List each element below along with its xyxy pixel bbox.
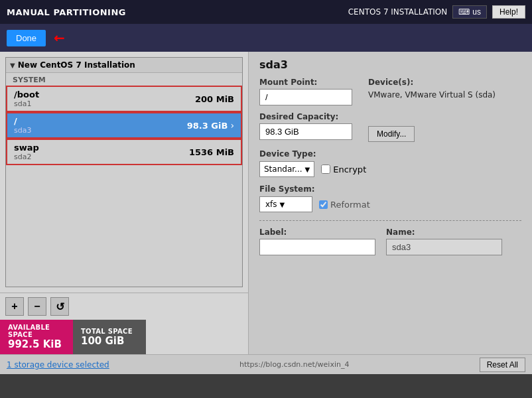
minus-icon: − [34, 300, 40, 312]
reformat-checkbox[interactable] [319, 200, 328, 209]
left-panel: ▼ New CentOS 7 Installation SYSTEM /boot… [0, 52, 249, 354]
expand-icon: ▼ [10, 62, 15, 69]
capacity-group: Desired Capacity: [259, 112, 352, 142]
filesystem-section: File System: xfs ▼ Reformat [259, 184, 521, 212]
devices-group: Device(s): VMware, VMware Virtual S (sda… [368, 78, 496, 105]
header-right: CENTOS 7 INSTALLATION ⌨ us Help! [348, 5, 525, 19]
encrypt-label: Encrypt [333, 165, 366, 174]
partition-name-root: / [14, 116, 31, 126]
label-input[interactable] [259, 239, 375, 255]
available-space-bar: AVAILABLE SPACE 992.5 KiB [0, 320, 73, 354]
filesystem-label: File System: [259, 184, 315, 194]
encrypt-checkbox-row: Encrypt [321, 165, 366, 174]
total-space-value: 100 GiB [81, 335, 138, 347]
system-label: SYSTEM [6, 73, 242, 86]
page-title: MANUAL PARTITIONING [7, 7, 126, 17]
add-partition-button[interactable]: + [5, 297, 24, 316]
partition-device-swap: sda2 [14, 153, 39, 161]
device-type-label: Device Type: [259, 149, 316, 159]
keyboard-icon: ⌨ [458, 7, 470, 17]
name-label: Name: [386, 228, 502, 237]
mount-point-group: Mount Point: [259, 78, 352, 105]
refresh-button[interactable]: ↺ [50, 297, 69, 316]
help-button[interactable]: Help! [492, 5, 525, 19]
footer: 1 storage device selected https://blog.c… [0, 354, 532, 374]
remove-partition-button[interactable]: − [28, 297, 46, 316]
spacer-label [368, 112, 415, 121]
arrow-indicator: ← [54, 30, 65, 46]
partition-item-root[interactable]: / sda3 98.3 GiB › [6, 112, 242, 139]
header: MANUAL PARTITIONING CENTOS 7 INSTALLATIO… [0, 0, 532, 24]
partition-size-swap: 1536 MiB [189, 147, 234, 157]
devices-label: Device(s): [368, 78, 496, 87]
device-type-row: Standar... ▼ Encrypt [259, 161, 521, 177]
partition-name-swap: swap [14, 143, 39, 153]
dropdown-arrow-icon: ▼ [305, 166, 310, 173]
partition-info-swap: swap sda2 [14, 143, 39, 161]
filesystem-row: xfs ▼ Reformat [259, 196, 521, 212]
chevron-right-icon: › [230, 120, 234, 131]
main-content: ▼ New CentOS 7 Installation SYSTEM /boot… [0, 52, 532, 354]
name-group: Name: [386, 228, 502, 255]
group-header: ▼ New CentOS 7 Installation [6, 58, 242, 73]
storage-device-link[interactable]: 1 storage device selected [7, 360, 109, 369]
label-label: Label: [259, 228, 375, 237]
mount-device-row: Mount Point: Device(s): VMware, VMware V… [259, 78, 521, 105]
reformat-label: Reformat [330, 200, 370, 210]
filesystem-value: xfs [265, 200, 277, 209]
partition-size-row: 98.3 GiB › [187, 120, 234, 131]
total-space-label: TOTAL SPACE [81, 328, 138, 335]
filesystem-dropdown[interactable]: xfs ▼ [259, 196, 312, 212]
desired-capacity-input[interactable] [259, 123, 352, 140]
label-name-row: Label: Name: [259, 228, 521, 255]
done-button[interactable]: Done [7, 30, 46, 46]
available-space-label: AVAILABLE SPACE [8, 324, 65, 338]
left-bottom-toolbar: + − ↺ [0, 293, 248, 320]
mount-point-input[interactable] [259, 89, 352, 105]
toolbar: Done ← [0, 24, 532, 52]
partition-info-boot: /boot sda1 [14, 90, 39, 108]
centos-title: CENTOS 7 INSTALLATION [348, 7, 448, 17]
total-space-bar: TOTAL SPACE 100 GiB [73, 320, 146, 354]
devices-value: VMware, VMware Virtual S (sda) [368, 90, 496, 100]
space-bars: AVAILABLE SPACE 992.5 KiB TOTAL SPACE 10… [0, 320, 248, 354]
encrypt-checkbox[interactable] [321, 165, 330, 174]
keyboard-button[interactable]: ⌨ us [452, 5, 487, 19]
group-name: New CentOS 7 Installation [18, 60, 135, 70]
partition-device-boot: sda1 [14, 100, 39, 108]
refresh-icon: ↺ [56, 300, 64, 313]
name-input[interactable] [386, 239, 502, 255]
device-type-value: Standar... [264, 165, 302, 174]
reformat-row: Reformat [319, 200, 370, 210]
device-type-dropdown[interactable]: Standar... ▼ [259, 161, 314, 177]
partition-item-swap[interactable]: swap sda2 1536 MiB [6, 139, 242, 165]
partition-name-boot: /boot [14, 90, 39, 100]
modify-group: Modify... [368, 112, 415, 142]
keyboard-label: us [472, 7, 481, 17]
url-text: https://blog.csdn.net/weixin_4 [239, 360, 350, 369]
installation-group: ▼ New CentOS 7 Installation SYSTEM /boot… [5, 57, 243, 287]
right-panel: sda3 Mount Point: Device(s): VMware, VMw… [249, 52, 532, 354]
available-space-value: 992.5 KiB [8, 338, 65, 350]
mount-point-label: Mount Point: [259, 78, 352, 87]
desired-capacity-label: Desired Capacity: [259, 112, 352, 121]
divider [259, 220, 521, 221]
modify-button[interactable]: Modify... [368, 126, 415, 142]
device-type-section: Device Type: Standar... ▼ Encrypt [259, 149, 521, 177]
label-group: Label: [259, 228, 375, 255]
section-title: sda3 [259, 58, 521, 71]
partition-size-boot: 200 MiB [195, 94, 234, 104]
partition-info-root: / sda3 [14, 116, 31, 135]
capacity-modify-row: Desired Capacity: Modify... [259, 112, 521, 142]
partition-size-root: 98.3 GiB [187, 121, 228, 131]
plus-icon: + [11, 300, 17, 312]
partition-item-boot[interactable]: /boot sda1 200 MiB [6, 86, 242, 112]
reset-all-button[interactable]: Reset All [480, 358, 525, 372]
fs-dropdown-arrow-icon: ▼ [280, 201, 285, 208]
partition-device-root: sda3 [14, 126, 31, 135]
